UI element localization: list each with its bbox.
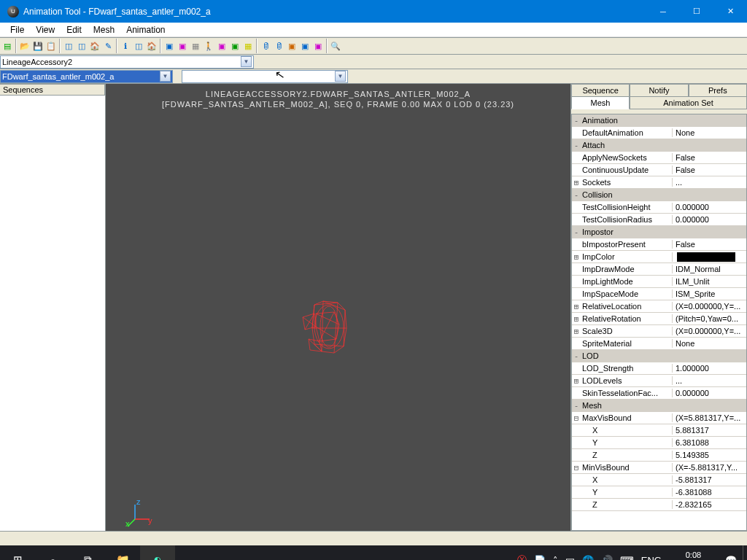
toolbar-button[interactable]: ◫	[132, 39, 145, 53]
expand-icon[interactable]: ⊟	[572, 463, 581, 472]
property-row[interactable]: Z5.149385	[572, 449, 746, 462]
property-row[interactable]: ⊞ImpColor	[572, 251, 746, 263]
language-indicator[interactable]: ENG	[640, 555, 663, 561]
expand-icon[interactable]: ⊞	[572, 376, 581, 386]
copy-button[interactable]: 📋	[44, 39, 58, 53]
property-row[interactable]: X-5.881317	[572, 474, 746, 486]
toolbar-button[interactable]: ▤	[1, 39, 14, 53]
toolbar-button[interactable]: ▣	[311, 39, 325, 53]
toolbar-button[interactable]: 🔍	[329, 39, 342, 53]
toolbar-button[interactable]: ▣	[298, 39, 311, 53]
property-category[interactable]: -Impostor	[572, 226, 746, 238]
expand-icon[interactable]: -	[572, 141, 581, 150]
tray-icon[interactable]: 🖴	[564, 555, 576, 561]
search-button[interactable]: ⌕	[35, 545, 70, 560]
viewport[interactable]: LINEAGEACCESSORY2.FDWARF_SANTAS_ANTLER_M…	[106, 84, 570, 531]
property-value[interactable]: None	[672, 339, 746, 348]
property-row[interactable]: SpriteMaterialNone	[572, 338, 746, 350]
property-row[interactable]: bImpostorPresentFalse	[572, 238, 746, 251]
property-row[interactable]: Z-2.832165	[572, 499, 746, 511]
expand-icon[interactable]: -	[572, 351, 581, 361]
expand-icon[interactable]: -	[572, 401, 581, 411]
toolbar-button[interactable]: 🏠	[145, 39, 158, 53]
notifications-icon[interactable]: 💬	[724, 555, 738, 561]
property-category[interactable]: -Mesh	[572, 400, 746, 412]
minimize-button[interactable]: ─	[646, 0, 680, 23]
property-value[interactable]	[672, 252, 746, 262]
task-view-button[interactable]: ⧉	[70, 545, 105, 560]
property-value[interactable]: (Pitch=0,Yaw=0...	[672, 314, 746, 323]
expand-icon[interactable]: ⊞	[572, 327, 581, 336]
property-value[interactable]: 0.000000	[672, 203, 746, 211]
property-value[interactable]: ILM_Unlit	[672, 277, 746, 286]
property-value[interactable]: ...	[672, 178, 746, 187]
color-swatch[interactable]	[677, 252, 735, 262]
expand-icon[interactable]: ⊞	[572, 252, 581, 262]
toolbar-button[interactable]: ✎	[101, 39, 115, 53]
expand-icon[interactable]: ⊞	[572, 314, 581, 324]
clock[interactable]: 0:08 23.02.2022	[667, 551, 719, 560]
property-category[interactable]: -Attach	[572, 139, 746, 152]
keyboard-icon[interactable]: ⌨	[619, 555, 635, 561]
property-grid[interactable]: -AnimationDefaultAnimationNone-AttachApp…	[571, 114, 747, 531]
property-value[interactable]: -5.881317	[672, 475, 746, 484]
property-row[interactable]: TestCollisionRadius0.000000	[572, 214, 746, 226]
tab-sequence[interactable]: Sequence	[571, 84, 630, 97]
property-row[interactable]: TestCollisionHeight0.000000	[572, 201, 746, 214]
asset-combo[interactable]: FDwarf_santas_antler_m002_a ▼	[0, 70, 173, 83]
property-row[interactable]: DefaultAnimationNone	[572, 127, 746, 139]
toolbar-button[interactable]: ▣	[285, 39, 298, 53]
property-row[interactable]: ImpDrawModeIDM_Normal	[572, 263, 746, 276]
expand-icon[interactable]: ⊞	[572, 302, 581, 311]
info-button[interactable]: ℹ	[119, 39, 132, 53]
start-button[interactable]: ⊞	[0, 545, 35, 560]
expand-icon[interactable]: ⊟	[572, 413, 581, 423]
toolbar-button[interactable]: 🛢	[272, 39, 285, 53]
show-desktop-button[interactable]	[743, 545, 747, 560]
menu-mesh[interactable]: Mesh	[88, 23, 120, 36]
property-category[interactable]: -Collision	[572, 189, 746, 201]
tray-icon[interactable]: 📄	[533, 555, 547, 561]
property-value[interactable]: ...	[672, 376, 746, 385]
property-category[interactable]: -Animation	[572, 114, 746, 127]
expand-icon[interactable]: -	[572, 190, 581, 200]
tab-animation-set[interactable]: Animation Set	[630, 96, 747, 109]
toolbar-button[interactable]: ▣	[215, 39, 228, 53]
toolbar-button[interactable]: ◫	[62, 39, 75, 53]
menu-file[interactable]: File	[4, 23, 30, 36]
toolbar-button[interactable]: ▣	[176, 39, 189, 53]
open-button[interactable]: 📂	[18, 39, 31, 53]
property-row[interactable]: ⊞LODLevels...	[572, 375, 746, 387]
property-row[interactable]: X5.881317	[572, 424, 746, 437]
expand-icon[interactable]: ⊞	[572, 178, 581, 187]
property-value[interactable]: 6.381088	[672, 438, 746, 447]
tab-prefs[interactable]: Prefs	[689, 84, 747, 97]
toolbar-button[interactable]: ▦	[189, 39, 202, 53]
property-value[interactable]: (X=-5.881317,Y...	[672, 463, 746, 472]
property-value[interactable]: None	[672, 128, 746, 137]
toolbar-button[interactable]: ◫	[75, 39, 88, 53]
menu-view[interactable]: View	[30, 23, 61, 36]
property-value[interactable]: 5.881317	[672, 426, 746, 435]
property-value[interactable]: -6.381088	[672, 488, 746, 497]
toolbar-button[interactable]: 🛢	[259, 39, 272, 53]
property-row[interactable]: ContinuousUpdateFalse	[572, 164, 746, 176]
property-value[interactable]: (X=5.881317,Y=...	[672, 413, 746, 422]
property-row[interactable]: ⊞Scale3D(X=0.000000,Y=...	[572, 325, 746, 338]
property-value[interactable]: IDM_Normal	[672, 265, 746, 273]
property-row[interactable]: ImpLightModeILM_Unlit	[572, 276, 746, 288]
menu-edit[interactable]: Edit	[61, 23, 88, 36]
property-value[interactable]: ISM_Sprite	[672, 289, 746, 298]
property-row[interactable]: ⊟MaxVisBound(X=5.881317,Y=...	[572, 412, 746, 424]
property-category[interactable]: -LOD	[572, 350, 746, 362]
property-value[interactable]: 0.000000	[672, 389, 746, 397]
tab-mesh[interactable]: Mesh	[571, 96, 630, 109]
maximize-button[interactable]: ☐	[680, 0, 713, 23]
property-row[interactable]: SkinTesselationFac...0.000000	[572, 387, 746, 400]
chevron-up-icon[interactable]: ˄	[551, 555, 560, 561]
menu-animation[interactable]: Animation	[120, 23, 171, 36]
toolbar-button[interactable]: ▦	[241, 39, 255, 53]
property-row[interactable]: ⊞RelativeLocation(X=0.000000,Y=...	[572, 300, 746, 313]
close-button[interactable]: ✕	[713, 0, 747, 23]
toolbar-button[interactable]: 🚶	[202, 39, 215, 53]
